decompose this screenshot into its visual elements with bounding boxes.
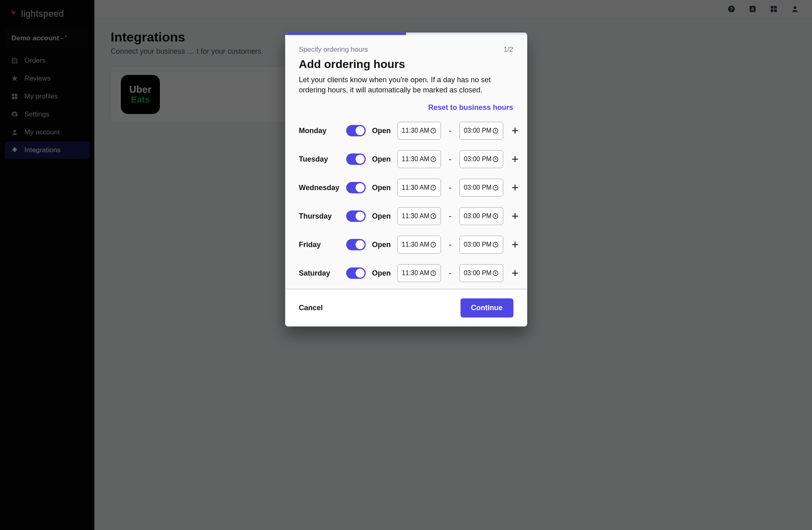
clock-icon	[492, 241, 499, 248]
modal-step: 1/2	[504, 46, 513, 54]
start-time-input[interactable]: 11:30 AM	[397, 150, 441, 168]
clock-icon	[430, 213, 437, 219]
day-row: MondayOpen11:30 AM-03:00 PM+	[299, 117, 521, 145]
days-list: MondayOpen11:30 AM-03:00 PM+TuesdayOpen1…	[285, 114, 527, 289]
modal: Specify ordering hours 1/2 Add ordering …	[285, 33, 527, 326]
modal-description: Let your clients know when you're open. …	[299, 75, 511, 95]
reset-hours-link[interactable]: Reset to business hours	[428, 103, 513, 112]
clock-icon	[430, 270, 437, 276]
day-toggle[interactable]	[346, 182, 366, 193]
time-dash: -	[447, 183, 453, 193]
time-dash: -	[447, 240, 453, 250]
day-state: Open	[372, 155, 391, 164]
day-state: Open	[372, 269, 391, 278]
day-row: ThursdayOpen11:30 AM-03:00 PM+	[299, 202, 521, 230]
day-row: SaturdayOpen11:30 AM-03:00 PM+	[299, 259, 521, 287]
cancel-button[interactable]: Cancel	[299, 304, 323, 312]
day-name: Thursday	[299, 212, 340, 221]
modal-title: Add ordering hours	[299, 58, 513, 71]
clock-icon	[492, 270, 499, 276]
add-hours-button[interactable]: +	[510, 182, 521, 194]
day-name: Monday	[299, 127, 340, 135]
time-dash: -	[447, 155, 453, 164]
day-state: Open	[372, 241, 391, 249]
time-dash: -	[447, 126, 453, 136]
day-name: Wednesday	[299, 184, 340, 192]
clock-icon	[430, 127, 437, 134]
day-toggle[interactable]	[346, 239, 366, 250]
start-time-input[interactable]: 11:30 AM	[397, 236, 441, 254]
clock-icon	[492, 127, 499, 134]
day-name: Friday	[299, 241, 340, 249]
start-time-input[interactable]: 11:30 AM	[397, 207, 441, 225]
clock-icon	[492, 156, 499, 162]
modal-eyebrow: Specify ordering hours	[299, 46, 368, 54]
add-hours-button[interactable]: +	[510, 267, 521, 279]
day-toggle[interactable]	[346, 125, 366, 136]
start-time-input[interactable]: 11:30 AM	[397, 179, 441, 197]
clock-icon	[492, 184, 499, 191]
day-name: Tuesday	[299, 155, 340, 164]
end-time-input[interactable]: 03:00 PM	[459, 264, 503, 282]
day-row: FridayOpen11:30 AM-03:00 PM+	[299, 231, 521, 258]
add-hours-button[interactable]: +	[510, 210, 521, 222]
clock-icon	[492, 213, 499, 219]
day-row: WednesdayOpen11:30 AM-03:00 PM+	[299, 174, 521, 201]
day-state: Open	[372, 184, 391, 192]
modal-overlay: Specify ordering hours 1/2 Add ordering …	[0, 0, 812, 530]
clock-icon	[430, 241, 437, 248]
day-row: TuesdayOpen11:30 AM-03:00 PM+	[299, 145, 521, 173]
clock-icon	[430, 156, 437, 162]
end-time-input[interactable]: 03:00 PM	[459, 122, 503, 140]
clock-icon	[430, 184, 437, 191]
add-hours-button[interactable]: +	[510, 239, 521, 251]
day-state: Open	[372, 127, 391, 135]
time-dash: -	[447, 269, 453, 278]
continue-button[interactable]: Continue	[461, 298, 513, 318]
day-toggle[interactable]	[346, 267, 366, 279]
day-state: Open	[372, 212, 391, 221]
day-toggle[interactable]	[346, 210, 366, 222]
add-hours-button[interactable]: +	[510, 153, 521, 165]
end-time-input[interactable]: 03:00 PM	[459, 150, 503, 168]
add-hours-button[interactable]: +	[510, 125, 521, 137]
end-time-input[interactable]: 03:00 PM	[459, 179, 503, 197]
start-time-input[interactable]: 11:30 AM	[397, 264, 441, 282]
start-time-input[interactable]: 11:30 AM	[397, 122, 441, 140]
end-time-input[interactable]: 03:00 PM	[459, 236, 503, 254]
day-toggle[interactable]	[346, 153, 366, 165]
end-time-input[interactable]: 03:00 PM	[459, 207, 503, 225]
day-name: Saturday	[299, 269, 340, 278]
time-dash: -	[447, 212, 453, 221]
